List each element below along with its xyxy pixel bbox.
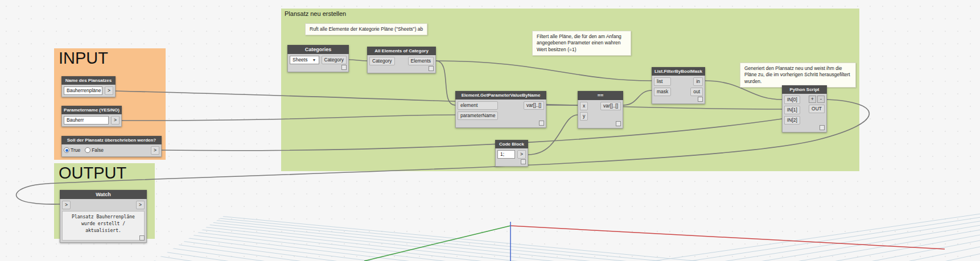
preview-checkbox[interactable] xyxy=(429,66,434,71)
node-python-script[interactable]: Python Script IN[0] IN[1] IN[2] + - OUT xyxy=(782,85,827,132)
node-name-des-plansatzes[interactable]: Name des Plansatzes Bauherrenpläne > xyxy=(61,76,116,97)
node-title[interactable]: Watch xyxy=(60,190,147,199)
out-output-port[interactable]: OUT xyxy=(809,105,825,113)
node-title[interactable]: Python Script xyxy=(782,85,827,94)
node-title[interactable]: == xyxy=(578,91,623,100)
categories-dropdown[interactable]: Sheets ▼ xyxy=(290,56,319,64)
node-title[interactable]: Categories xyxy=(287,45,349,54)
preview-checkbox[interactable] xyxy=(698,97,703,102)
y-input-port[interactable]: y xyxy=(580,112,588,121)
node-ueberschreiben-bool[interactable]: Soll der Plansatz überschrieben werden? … xyxy=(61,136,162,157)
radio-false-label[interactable]: False xyxy=(92,147,104,153)
code-block-editor[interactable]: 1; xyxy=(497,150,515,159)
preview-checkbox[interactable] xyxy=(539,121,544,126)
code-output-port[interactable]: > xyxy=(517,150,526,159)
var-output-port[interactable]: var[]..[] xyxy=(600,102,621,110)
node-code-block[interactable]: Code Block 1; > xyxy=(495,140,528,167)
parametername-input[interactable]: Bauherr xyxy=(64,116,109,125)
bool-output-port[interactable]: > xyxy=(151,146,159,155)
dynamo-canvas[interactable]: INPUT Plansatz neu erstellen OUTPUT Name… xyxy=(0,0,980,261)
add-input-button[interactable]: + xyxy=(809,96,816,103)
in-output-port[interactable]: in xyxy=(693,77,703,86)
preview-checkbox[interactable] xyxy=(616,121,621,126)
note-filter[interactable]: Filtert alle Pläne, die für den am Anfan… xyxy=(532,31,631,56)
dropdown-caret-icon: ▼ xyxy=(312,57,316,63)
list-input-port[interactable]: list xyxy=(654,77,671,86)
node-list-filter-by-bool-mask[interactable]: List.FilterByBoolMask list mask in out xyxy=(652,67,705,104)
mask-input-port[interactable]: mask xyxy=(654,88,671,96)
preview-checkbox[interactable] xyxy=(820,125,825,130)
node-parametername[interactable]: Parametername (YES/NO) Bauherr > xyxy=(61,106,122,127)
element-input-port[interactable]: element xyxy=(458,101,498,110)
node-title[interactable]: Parametername (YES/NO) xyxy=(61,106,122,114)
node-title[interactable]: List.FilterByBoolMask xyxy=(652,67,705,76)
node-all-elements-of-category[interactable]: All Elements of Category Category Elemen… xyxy=(367,47,436,73)
node-title[interactable]: All Elements of Category xyxy=(367,47,436,55)
node-get-parameter-value-by-name[interactable]: Element.GetParameterValueByName element … xyxy=(455,91,546,128)
group-output-title[interactable]: OUTPUT xyxy=(54,163,155,184)
elements-output-port[interactable]: Elements xyxy=(408,57,434,65)
preview-checkbox[interactable] xyxy=(139,235,145,241)
node-watch[interactable]: Watch > > Plansatz Bauherrenpläne wurde … xyxy=(60,190,147,243)
node-equals[interactable]: == x y var[]..[] xyxy=(578,91,623,129)
watch-input-port[interactable]: > xyxy=(62,201,71,209)
node-categories[interactable]: Categories Sheets ▼ Category xyxy=(287,45,349,72)
watch-value: Plansatz Bauherrenpläne wurde erstellt /… xyxy=(62,211,145,241)
in2-input-port[interactable]: IN[2] xyxy=(784,116,800,125)
x-input-port[interactable]: x xyxy=(580,102,588,110)
remove-input-button[interactable]: - xyxy=(817,96,825,103)
node-title[interactable]: Code Block xyxy=(495,140,528,148)
radio-true[interactable] xyxy=(64,147,69,153)
radio-true-label[interactable]: True xyxy=(71,147,80,153)
in1-input-port[interactable]: IN[1] xyxy=(784,106,800,114)
node-title[interactable]: Element.GetParameterValueByName xyxy=(455,91,546,100)
note-sheets[interactable]: Ruft alle Elemente der Kategorie Pläne (… xyxy=(305,23,427,35)
group-input-title[interactable]: INPUT xyxy=(54,48,166,69)
category-input-port[interactable]: Category xyxy=(369,57,395,65)
parametername-input-port[interactable]: parameterName xyxy=(458,111,498,120)
radio-false[interactable] xyxy=(85,147,90,153)
categories-selected: Sheets xyxy=(293,57,307,63)
parametername-output-port[interactable]: > xyxy=(111,116,120,125)
in0-input-port[interactable]: IN[0] xyxy=(784,96,800,104)
preview-checkbox[interactable] xyxy=(521,159,526,164)
group-plansatz-title[interactable]: Plansatz neu erstellen xyxy=(281,9,859,19)
watch-output-port[interactable]: > xyxy=(136,201,145,209)
out-output-port[interactable]: out xyxy=(690,88,703,96)
node-title[interactable]: Name des Plansatzes xyxy=(61,76,116,85)
category-output-port[interactable]: Category xyxy=(322,56,347,64)
plansatz-name-input[interactable]: Bauherrenpläne xyxy=(64,86,102,95)
node-title[interactable]: Soll der Plansatz überschrieben werden? xyxy=(61,136,162,144)
preview-checkbox[interactable] xyxy=(341,65,347,70)
note-generate[interactable]: Generiert den Plansatz neu und weist ihm… xyxy=(740,63,856,88)
plansatz-name-output-port[interactable]: > xyxy=(105,86,113,95)
var-output-port[interactable]: var[]..[] xyxy=(524,101,544,110)
